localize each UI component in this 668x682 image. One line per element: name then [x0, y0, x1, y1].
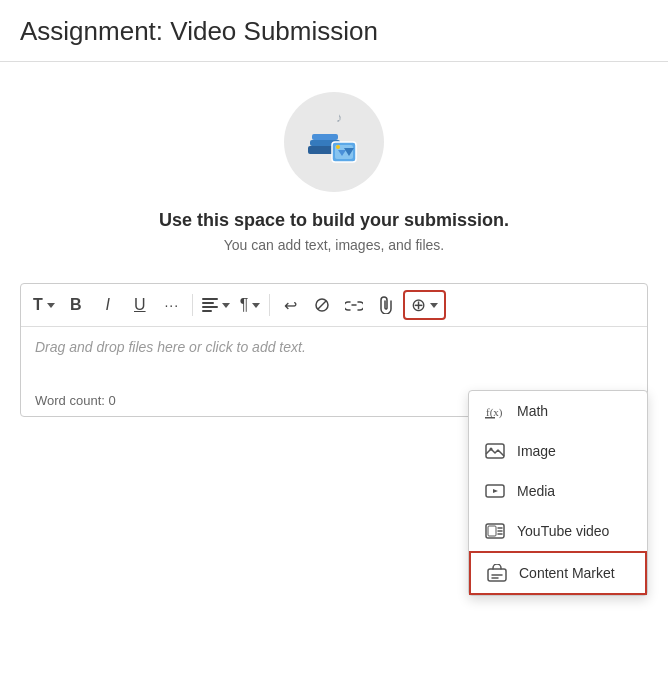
add-arrow-icon [430, 303, 438, 308]
svg-rect-11 [202, 306, 218, 308]
dropdown-item-image-label: Image [517, 443, 556, 459]
bold-icon: B [70, 296, 82, 314]
text-format-button[interactable]: T [29, 290, 59, 320]
attach-icon [378, 296, 394, 314]
svg-point-18 [490, 448, 493, 451]
dropdown-item-image[interactable]: Image [469, 431, 647, 471]
link-button[interactable] [339, 290, 369, 320]
paragraph-arrow-icon [252, 303, 260, 308]
link-icon [345, 299, 363, 311]
italic-icon: I [106, 296, 110, 314]
toolbar-divider-1 [192, 294, 193, 316]
svg-point-8 [336, 145, 340, 149]
illustration-circle: ♪ [284, 92, 384, 192]
dropdown-item-content-market[interactable]: Content Market [469, 551, 647, 595]
add-content-button[interactable]: ⊕ [403, 290, 446, 320]
svg-rect-9 [202, 298, 218, 300]
editor-toolbar: T B I U ··· [21, 284, 647, 327]
dropdown-item-youtube-label: YouTube video [517, 523, 609, 539]
dropdown-item-media-label: Media [517, 483, 555, 499]
svg-rect-12 [202, 310, 212, 312]
math-icon: f(x) [485, 401, 505, 421]
toolbar-divider-2 [269, 294, 270, 316]
svg-rect-10 [202, 302, 214, 304]
svg-text:♪: ♪ [336, 110, 343, 125]
content-market-icon [487, 563, 507, 583]
more-button[interactable]: ··· [157, 290, 187, 320]
strikethrough-button[interactable] [307, 290, 337, 320]
italic-button[interactable]: I [93, 290, 123, 320]
svg-line-14 [318, 301, 326, 309]
page-title: Assignment: Video Submission [0, 0, 668, 62]
text-icon: T [33, 296, 43, 314]
svg-rect-22 [488, 526, 496, 536]
underline-button[interactable]: U [125, 290, 155, 320]
attach-button[interactable] [371, 290, 401, 320]
underline-icon: U [134, 296, 146, 314]
submission-illustration: ♪ [298, 106, 370, 178]
image-icon [485, 441, 505, 461]
submission-heading: Use this space to build your submission. [159, 210, 509, 231]
dropdown-item-math-label: Math [517, 403, 548, 419]
align-button[interactable] [198, 290, 234, 320]
plus-icon: ⊕ [411, 294, 426, 316]
page-container: Assignment: Video Submission ♪ [0, 0, 668, 682]
dropdown-item-media[interactable]: Media [469, 471, 647, 511]
editor-body[interactable]: Drag and drop files here or click to add… [21, 327, 647, 387]
undo-button[interactable]: ↩ [275, 290, 305, 320]
paragraph-button[interactable]: ¶ [236, 290, 265, 320]
svg-marker-20 [493, 489, 498, 493]
submission-subheading: You can add text, images, and files. [224, 237, 445, 253]
submission-area: ♪ Use this space to build your submissio… [0, 62, 668, 437]
ellipsis-icon: ··· [164, 297, 179, 313]
svg-rect-16 [485, 417, 495, 419]
strikethrough-icon [314, 297, 330, 313]
dropdown-item-youtube[interactable]: YouTube video [469, 511, 647, 551]
editor-placeholder: Drag and drop files here or click to add… [35, 339, 306, 355]
add-content-dropdown: f(x) Math Image [468, 390, 648, 596]
media-icon [485, 481, 505, 501]
text-arrow-icon [47, 303, 55, 308]
dropdown-item-math[interactable]: f(x) Math [469, 391, 647, 431]
align-icon [202, 298, 218, 312]
dropdown-item-content-market-label: Content Market [519, 565, 615, 581]
bold-button[interactable]: B [61, 290, 91, 320]
align-arrow-icon [222, 303, 230, 308]
svg-rect-1 [312, 134, 338, 140]
undo-icon: ↩ [284, 296, 297, 315]
youtube-icon [485, 521, 505, 541]
paragraph-icon: ¶ [240, 296, 249, 314]
